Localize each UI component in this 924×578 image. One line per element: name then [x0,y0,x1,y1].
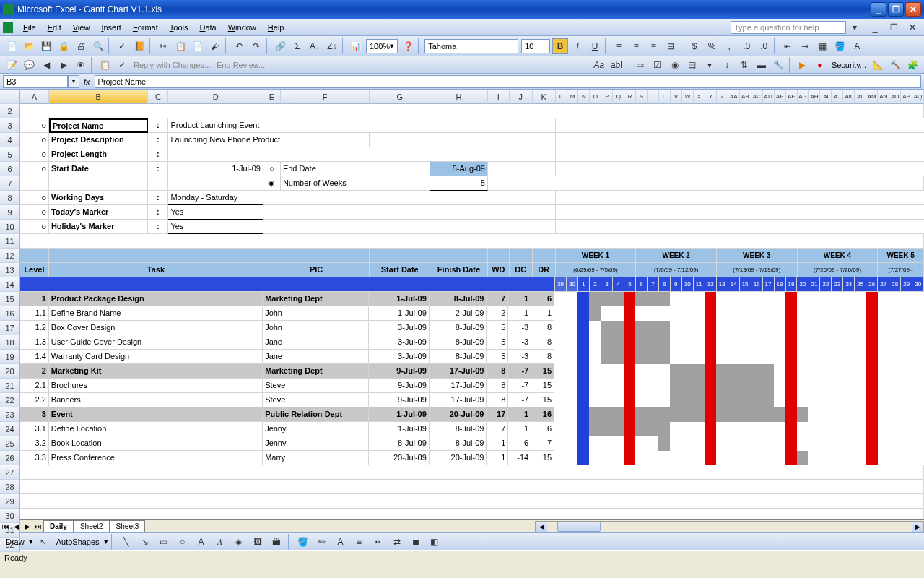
task[interactable]: Product Package Design [49,292,263,306]
day-4[interactable]: 4 [613,277,624,292]
gantt-cell[interactable] [693,407,705,422]
gantt-cell[interactable] [797,335,808,350]
hdr-task[interactable] [49,249,263,263]
dc[interactable]: -3 [508,321,531,335]
gantt-cell[interactable] [554,306,566,321]
gantt-cell[interactable] [808,393,820,407]
gantt-cell[interactable] [751,407,762,422]
gantt-cell[interactable] [901,422,912,436]
gantt-cell[interactable] [832,379,843,393]
col-header-V[interactable]: V [671,90,682,104]
pic[interactable]: Steve [263,393,369,407]
day-21[interactable]: 21 [808,277,820,292]
gantt-cell[interactable] [658,407,670,422]
gantt-cell[interactable] [566,379,578,393]
borders-icon[interactable]: ▦ [814,38,830,54]
gantt-cell[interactable] [635,451,647,465]
gantt-cell[interactable] [808,422,820,436]
gantt-cell[interactable] [670,407,681,422]
gantt-cell[interactable] [832,407,843,422]
gantt-cell[interactable] [785,436,797,451]
gantt-cell[interactable] [681,451,693,465]
gantt-cell[interactable] [578,306,589,321]
gantt-cell[interactable] [647,306,658,321]
gantt-cell[interactable] [566,436,578,451]
gantt-cell[interactable] [601,422,612,436]
gantt-cell[interactable] [785,393,797,407]
gantt-cell[interactable] [658,306,670,321]
gantt-cell[interactable] [762,364,774,379]
day-1[interactable]: 1 [578,277,590,292]
spin-icon[interactable]: ⇅ [736,57,752,73]
dr[interactable]: 15 [531,393,554,407]
format-painter-icon[interactable]: 🖌 [207,38,223,54]
col-header-S[interactable]: S [636,90,648,104]
day-27[interactable]: 27 [878,277,889,292]
pad[interactable] [263,220,556,234]
gantt-cell[interactable] [578,393,589,407]
level[interactable]: 2 [20,364,49,379]
gantt-cell[interactable] [612,306,624,321]
gantt-cell[interactable] [589,436,601,451]
gantt-cell[interactable] [658,350,670,364]
gantt-cell[interactable] [716,393,728,407]
gantt-cell[interactable] [601,306,612,321]
gantt-cell[interactable] [739,436,751,451]
hyperlink-icon[interactable]: 🔗 [272,38,288,54]
maximize-button[interactable]: ❐ [888,2,904,17]
gantt-cell[interactable] [554,407,566,422]
day-17[interactable]: 17 [763,277,775,292]
gantt-cell[interactable] [589,422,601,436]
sd[interactable]: 3-Jul-09 [369,335,430,350]
col-header-AM[interactable]: AM [866,90,878,104]
gantt-cell[interactable] [693,364,705,379]
cell[interactable] [20,104,924,118]
level[interactable]: 1.1 [20,306,49,321]
fill-color-icon[interactable]: 🪣 [832,38,847,54]
hdr-week-r[interactable]: (7/20/09 - 7/26/09) [798,263,879,277]
gantt-cell[interactable] [866,306,878,321]
gantt-cell[interactable] [624,451,635,465]
pad[interactable] [168,147,555,162]
decimal-dec-icon[interactable]: .0 [756,38,772,54]
wd[interactable]: 7 [487,422,508,436]
bullet[interactable]: o [20,220,49,234]
hdr-dr[interactable] [533,249,556,263]
gantt-cell[interactable] [832,422,843,436]
col-header-AF[interactable]: AF [786,90,798,104]
row-header-23[interactable]: 23 [0,407,20,422]
dr[interactable]: 8 [531,350,554,364]
dc[interactable]: 1 [508,407,531,422]
gantt-cell[interactable] [658,379,670,393]
day-12[interactable]: 12 [705,277,717,292]
sd[interactable]: 9-Jul-09 [369,364,430,379]
sd[interactable]: 1-Jul-09 [369,306,430,321]
value[interactable]: Yes [168,205,263,220]
col-header-N[interactable]: N [578,90,590,104]
gantt-cell[interactable] [566,364,578,379]
cell[interactable] [20,234,924,249]
col-header-AG[interactable]: AG [798,90,809,104]
gantt-cell[interactable] [866,422,878,436]
hdr-dc-t[interactable]: DC [510,263,533,277]
gantt-cell[interactable] [554,350,566,364]
gantt-cell[interactable] [912,393,924,407]
sd[interactable]: 1-Jul-09 [369,292,430,306]
tab-prev-icon[interactable]: ◀ [11,522,22,530]
col-header-AP[interactable]: AP [901,90,912,104]
gantt-cell[interactable] [878,451,889,465]
3d-icon[interactable]: ◧ [427,534,443,550]
gantt-cell[interactable] [566,335,578,350]
gantt-cell[interactable] [635,436,647,451]
day-23[interactable]: 23 [832,277,843,292]
new-icon[interactable]: 📄 [4,38,19,54]
save-icon[interactable]: 💾 [38,38,54,54]
gantt-cell[interactable] [797,379,808,393]
wd[interactable]: 5 [487,350,508,364]
label[interactable]: Today's Marker [49,205,149,220]
gantt-cell[interactable] [670,422,681,436]
gantt-cell[interactable] [728,393,739,407]
gantt-cell[interactable] [635,306,647,321]
dc[interactable]: 1 [508,292,531,306]
gantt-cell[interactable] [901,393,912,407]
